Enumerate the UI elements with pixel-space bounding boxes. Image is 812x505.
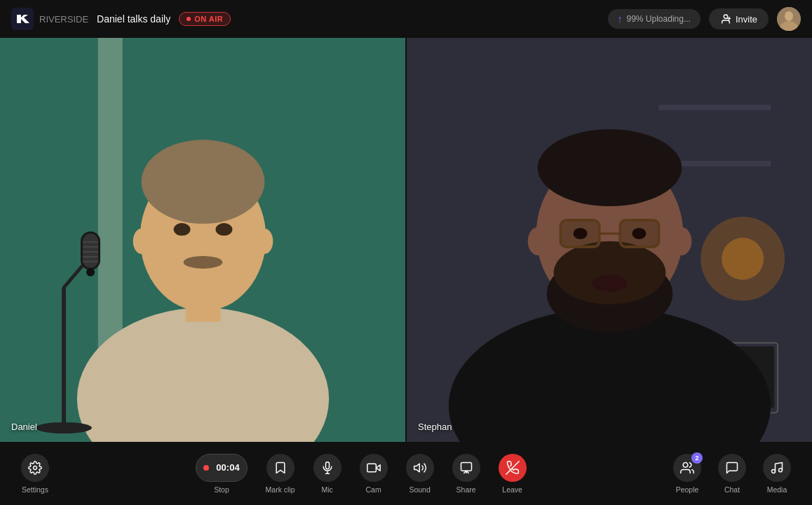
people-item[interactable]: 2 People	[666, 450, 708, 498]
microphone-icon	[14, 231, 119, 442]
share-icon	[459, 461, 473, 475]
svg-rect-30	[658, 105, 771, 110]
sound-label: Sound	[409, 485, 430, 494]
svg-point-28	[86, 268, 95, 276]
svg-point-33	[722, 238, 764, 280]
sound-icon-wrap	[406, 454, 434, 482]
upload-arrow-icon: ↑	[618, 13, 623, 25]
svg-point-1	[724, 15, 727, 18]
svg-point-49	[593, 275, 628, 292]
svg-point-16	[133, 229, 150, 254]
leave-item[interactable]: Leave	[492, 450, 534, 498]
mark-clip-label: Mark clip	[266, 485, 295, 494]
svg-point-12	[142, 140, 265, 224]
mark-clip-icon	[273, 461, 287, 475]
settings-icon	[28, 461, 42, 475]
timer-value: 00:04	[216, 462, 239, 473]
svg-rect-58	[461, 462, 471, 471]
person-plus-icon	[720, 13, 731, 25]
svg-rect-18	[62, 288, 66, 428]
people-label: People	[676, 485, 699, 494]
sound-item[interactable]: Sound	[399, 450, 441, 498]
on-air-label: ON AIR	[194, 15, 223, 23]
session-title: Daniel talks daily	[97, 13, 170, 25]
video-panel-left: Daniel	[0, 38, 407, 442]
media-icon	[770, 461, 784, 475]
on-air-dot	[187, 17, 191, 21]
avatar	[777, 7, 801, 31]
leave-icon-wrap	[499, 454, 527, 482]
mic-icon	[320, 461, 334, 475]
header-right: ↑ 99% Uploading... Invite	[608, 7, 801, 31]
svg-point-14	[174, 223, 191, 236]
svg-point-62	[771, 469, 775, 473]
cam-item[interactable]: Cam	[353, 450, 395, 498]
toolbar-right: 2 People Chat Media	[666, 450, 798, 498]
svg-point-13	[184, 256, 223, 269]
background-scene-right	[407, 38, 812, 442]
svg-point-17	[256, 229, 273, 254]
mic-icon-wrap	[313, 454, 341, 482]
invite-button[interactable]: Invite	[709, 8, 769, 29]
svg-point-19	[36, 422, 92, 433]
chat-icon	[725, 461, 739, 475]
people-badge: 2	[691, 452, 703, 464]
media-label: Media	[767, 485, 787, 494]
chat-label: Chat	[724, 485, 740, 494]
logo-area: RIVERSIDE	[11, 8, 88, 30]
chat-icon-wrap	[718, 454, 746, 482]
svg-point-61	[683, 462, 688, 467]
toolbar: Settings 00:04 Stop Mark clip	[0, 442, 812, 505]
video-panel-right: Stephan	[407, 38, 812, 442]
svg-point-47	[574, 228, 588, 239]
people-icon	[680, 461, 694, 475]
settings-item[interactable]: Settings	[14, 450, 56, 498]
upload-status: ↑ 99% Uploading...	[608, 9, 701, 29]
svg-rect-56	[367, 464, 376, 472]
svg-point-51	[672, 227, 691, 255]
svg-rect-22	[83, 234, 98, 268]
mark-clip-item[interactable]: Mark clip	[259, 450, 302, 498]
mic-item[interactable]: Mic	[306, 450, 349, 498]
mark-clip-icon-wrap	[266, 454, 295, 482]
svg-point-48	[632, 228, 646, 239]
upload-label: 99% Uploading...	[627, 14, 691, 24]
mic-label: Mic	[321, 485, 332, 494]
stop-item[interactable]: 00:04 Stop	[189, 450, 254, 498]
recording-dot	[203, 465, 209, 471]
svg-point-52	[34, 466, 37, 469]
svg-point-41	[554, 241, 666, 304]
video-bg-right: Stephan	[407, 38, 812, 442]
toolbar-center: 00:04 Stop Mark clip Mic	[189, 450, 533, 498]
svg-point-5	[785, 11, 793, 21]
svg-point-39	[538, 129, 682, 206]
on-air-badge: ON AIR	[179, 12, 231, 26]
participant-name-right: Stephan	[418, 422, 452, 432]
video-bg-left: Daniel	[0, 38, 405, 442]
invite-label: Invite	[736, 14, 757, 25]
settings-label: Settings	[22, 485, 48, 494]
media-item[interactable]: Media	[756, 450, 798, 498]
header: RIVERSIDE Daniel talks daily ON AIR ↑ 99…	[0, 0, 812, 38]
leave-icon	[506, 461, 520, 475]
stop-label: Stop	[214, 485, 229, 494]
leave-label: Leave	[502, 485, 522, 494]
cam-icon	[367, 461, 381, 475]
toolbar-left: Settings	[14, 450, 56, 498]
svg-marker-57	[414, 464, 419, 472]
app-name: RIVERSIDE	[39, 14, 88, 25]
participant-name-left: Daniel	[11, 422, 37, 432]
cam-icon-wrap	[360, 454, 388, 482]
settings-icon-wrap	[21, 454, 49, 482]
share-icon-wrap	[452, 454, 480, 482]
chat-item[interactable]: Chat	[711, 450, 753, 498]
riverside-logo	[11, 8, 34, 30]
share-item[interactable]: Share	[445, 450, 487, 498]
cam-label: Cam	[366, 485, 381, 494]
svg-rect-53	[325, 462, 329, 469]
share-label: Share	[456, 485, 476, 494]
sound-icon	[413, 461, 427, 475]
svg-point-63	[778, 468, 782, 471]
video-area: Daniel	[0, 38, 812, 442]
svg-point-50	[528, 227, 548, 255]
